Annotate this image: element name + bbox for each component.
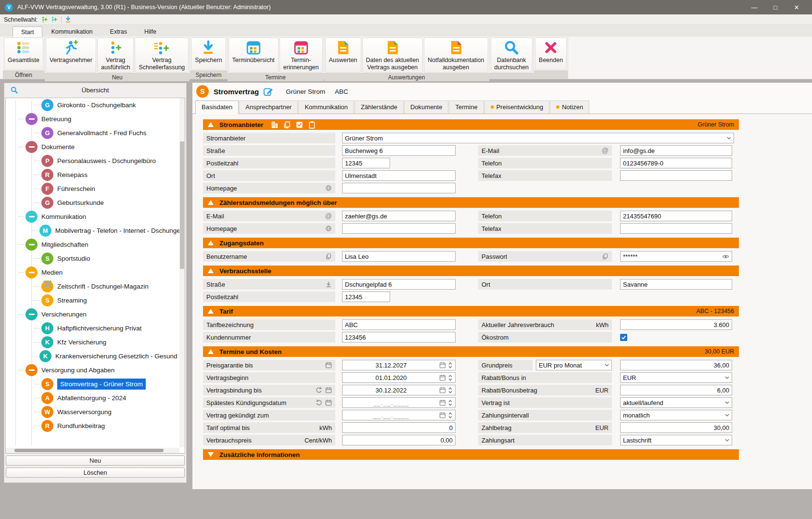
tree-item-kfz-versicherung[interactable]: KKfz Versicherung xyxy=(6,335,185,349)
chevron-down-icon[interactable] xyxy=(725,439,729,442)
eye-icon[interactable] xyxy=(722,253,729,260)
vertrag-gekundigt-zum-input[interactable]: __.__.____ xyxy=(342,410,456,420)
building-icon[interactable] xyxy=(270,121,279,129)
verbrauchspreis-input[interactable]: 0,00 xyxy=(342,435,456,445)
section-header-zugangsdaten[interactable]: Zugangsdaten xyxy=(203,238,739,248)
ribbon-button-vertrag-ausfuhrlich[interactable]: Vertrag ausführlich xyxy=(97,38,134,73)
calendar-icon[interactable] xyxy=(439,362,446,368)
telefax-input[interactable] xyxy=(620,223,732,234)
tree-item-geburtsurkunde[interactable]: GGeburtsurkunde xyxy=(6,196,185,210)
ribbon-button-termin-erinnerungen[interactable]: Termin- erinnerungen xyxy=(279,38,323,73)
zahlungsart-select[interactable]: Lastschrift xyxy=(620,435,732,445)
tab-termine[interactable]: Termine xyxy=(449,101,483,114)
ribbon-button-notfalldokumentation-ausgeben[interactable]: Notfalldokumentation ausgeben xyxy=(424,38,488,73)
spatestes-kundigungsdatum-input[interactable]: __.__.____ xyxy=(342,397,456,408)
tree-item-medien[interactable]: Medien xyxy=(6,266,185,279)
collapse-expander-icon[interactable] xyxy=(25,308,38,320)
tarifbezeichnung-input[interactable]: ABC xyxy=(342,319,456,330)
collapse-expander-icon[interactable] xyxy=(25,211,38,223)
tree-item-rundfunkbeitrag[interactable]: RRundfunkbeitrag xyxy=(6,419,185,433)
minimize-button[interactable]: — xyxy=(744,4,765,11)
grundpreis-input[interactable]: 36,00 xyxy=(620,360,732,370)
tree-item-dokumente[interactable]: Dokumente xyxy=(6,140,185,154)
edit-icon[interactable] xyxy=(263,87,273,97)
tree-item-girokonto-dschungelbank[interactable]: GGirokonto - Dschungelbank xyxy=(6,98,185,112)
tab-kommunikation[interactable]: Kommunikation xyxy=(298,101,354,114)
at-icon[interactable]: @ xyxy=(602,147,609,154)
tree-item-streaming[interactable]: SStreaming xyxy=(6,293,185,307)
spinner-icon[interactable] xyxy=(448,374,453,382)
tree-item-kommunikation[interactable]: Kommunikation xyxy=(6,210,185,224)
tab-zahlerstande[interactable]: Zählerstände xyxy=(355,101,404,114)
tab-ansprechpartner[interactable]: Ansprechpartner xyxy=(239,101,298,114)
tarif-optimal-bis-input[interactable]: 0 xyxy=(342,422,456,433)
e-mail-input[interactable]: info@gs.de xyxy=(620,145,732,156)
section-header-termine-und-kosten[interactable]: Termine und Kosten30,00 EUR xyxy=(203,346,739,357)
collapse-expander-icon[interactable] xyxy=(25,141,38,153)
ribbon-button-vertragsnehmer[interactable]: Vertragsnehmer xyxy=(46,38,96,73)
spinner-icon[interactable] xyxy=(448,411,453,419)
copy-icon[interactable] xyxy=(325,253,332,260)
scrollbar-thumb[interactable] xyxy=(14,449,164,452)
copy-icon[interactable] xyxy=(602,253,609,260)
chevron-down-icon[interactable] xyxy=(725,414,729,417)
e-mail-input[interactable]: zaehler@gs.de xyxy=(342,211,456,221)
section-header-zusatzliche-informationen[interactable]: Zusätzliche Informationen xyxy=(203,449,739,460)
tree-item-personalausweis-dschungelburo[interactable]: PPersonalausweis - Dschungelbüro xyxy=(6,154,185,168)
preisgarantie-bis-input[interactable]: 31.12.2027 xyxy=(342,360,456,370)
spinner-icon[interactable] xyxy=(448,361,453,369)
quick-contract-add-icon[interactable] xyxy=(51,16,58,23)
globe-icon[interactable] xyxy=(325,185,332,191)
quick-save-icon[interactable] xyxy=(64,16,72,23)
ort-input[interactable]: Savanne xyxy=(620,279,732,290)
ribbon-button-gesamtliste[interactable]: Gesamtliste xyxy=(4,38,43,70)
quick-person-add-icon[interactable] xyxy=(41,16,48,23)
collapse-expander-icon[interactable] xyxy=(25,364,38,376)
chevron-down-icon[interactable] xyxy=(725,376,729,379)
stromanbieter-select[interactable]: Grüner Strom xyxy=(342,133,734,143)
tree-item-mitgliedschaften[interactable]: Mitgliedschaften xyxy=(6,238,185,252)
zahlungsintervall-select[interactable]: monatlich xyxy=(620,410,732,420)
tree-item-wasserversorgung[interactable]: WWasserversorgung xyxy=(6,405,185,419)
menu-tab-extras[interactable]: Extras xyxy=(102,26,136,37)
chevron-down-icon[interactable] xyxy=(725,401,729,404)
calendar-icon[interactable] xyxy=(325,399,332,406)
strasse-input[interactable]: Buchenweg 6 xyxy=(342,145,456,156)
telefon-input[interactable]: 0123456789-0 xyxy=(620,158,732,168)
rabatt-bonusbetrag-input[interactable]: 6,00 xyxy=(620,385,732,395)
collapse-down-icon[interactable] xyxy=(208,452,214,457)
section-header-zahlerstandsmeldungen-moglich-uber[interactable]: Zählerstandsmeldungen möglich über xyxy=(203,197,739,208)
tree-item-versicherungen[interactable]: Versicherungen xyxy=(6,307,185,321)
telefon-input[interactable]: 21435547690 xyxy=(620,211,732,221)
calendar-icon[interactable] xyxy=(325,362,332,368)
tab-basisdaten[interactable]: Basisdaten xyxy=(195,101,239,114)
collapse-up-icon[interactable] xyxy=(208,309,214,314)
globe-icon[interactable] xyxy=(325,225,332,232)
calendar-icon[interactable] xyxy=(325,387,332,393)
copy-white-icon[interactable] xyxy=(283,121,291,129)
vertragsbindung-bis-input[interactable]: 30.12.2022 xyxy=(342,385,456,395)
postleitzahl-input[interactable]: 12345 xyxy=(342,158,390,168)
grundpreis-unit-select[interactable]: EUR pro Monat xyxy=(536,360,612,370)
undo-icon[interactable] xyxy=(316,399,322,406)
menu-tab-kommunikation[interactable]: Kommunikation xyxy=(42,26,101,37)
homepage-input[interactable] xyxy=(342,223,456,234)
chevron-down-icon[interactable] xyxy=(605,364,609,367)
postleitzahl-input[interactable]: 12345 xyxy=(342,291,390,302)
ribbon-button-terminubersicht[interactable]: Terminübersicht xyxy=(228,38,279,73)
calendar-icon[interactable] xyxy=(439,412,446,418)
tree-item-stromvertrag-gruner-strom[interactable]: SStromvertrag - Grüner Strom xyxy=(6,377,185,391)
tab-notizen[interactable]: Notizen xyxy=(550,101,589,114)
ribbon-button-datenbank-durchsuchen[interactable]: Datenbank durchsuchen xyxy=(491,38,533,73)
tree-horizontal-scrollbar[interactable] xyxy=(6,448,179,453)
collapse-expander-icon[interactable] xyxy=(25,266,38,278)
section-header-tarif[interactable]: TarifABC - 123456 xyxy=(203,306,739,316)
rabatt-bonus-in-select[interactable]: EUR xyxy=(620,372,732,383)
zahlbetrag-input[interactable]: 30,00 xyxy=(620,422,732,433)
strasse-input[interactable]: Dschungelpfad 6 xyxy=(342,279,456,290)
delete-button[interactable]: Löschen xyxy=(6,468,185,478)
okostrom-checkbox[interactable] xyxy=(620,334,627,341)
tree-vertical-scrollbar[interactable] xyxy=(179,98,185,447)
section-header-verbrauchsstelle[interactable]: Verbrauchsstelle xyxy=(203,266,739,276)
menu-tab-start[interactable]: Start xyxy=(13,26,42,37)
